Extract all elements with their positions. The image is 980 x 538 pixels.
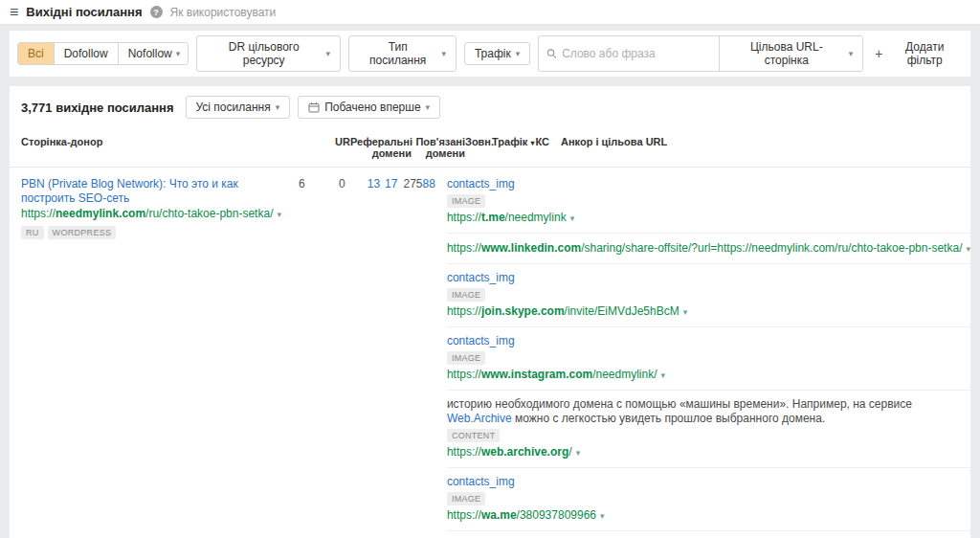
link-type-badge-row: CONTENT <box>447 428 970 442</box>
filter-nofollow-label: Nofollow <box>128 47 172 60</box>
url-dropdown-caret[interactable]: ▾ <box>966 244 970 254</box>
url-path: /invite/EiMVdJe5hBcM <box>565 304 679 318</box>
url-prefix: https:// <box>21 207 56 220</box>
donor-page-cell: PBN (Private Blog Network): Что это и ка… <box>21 177 281 239</box>
anchor-text: историю необходимого домена с помощью «м… <box>447 397 970 426</box>
anchor-fragment: можно с легкостью увидеть прошлое выбран… <box>512 412 826 425</box>
anchor-link[interactable]: contacts_img <box>447 177 515 191</box>
donor-page-title-link[interactable]: PBN (Private Blog Network): Что это и ка… <box>21 177 281 206</box>
platform-badge: WORDPRESS <box>48 226 117 239</box>
traffic-value: 275 <box>397 177 422 191</box>
search-icon <box>546 48 557 59</box>
target-url-scope-dropdown[interactable]: Цільова URL-сторінка ▾ <box>719 36 863 71</box>
header-ks[interactable]: КС <box>530 136 549 147</box>
url-domain: join.skype.com <box>481 304 565 318</box>
url-domain: wa.me <box>481 508 517 522</box>
anchor-link[interactable]: contacts_img <box>447 334 515 347</box>
donor-page-url[interactable]: https://needmylink.com/ru/chto-takoe-pbn… <box>21 206 281 222</box>
url-prefix: https:// <box>447 508 481 522</box>
top-bar: ≡ Вихідні посилання ? Як використовувати <box>0 0 980 25</box>
target-url-link[interactable]: https://t.me/needmylink▾ <box>447 210 970 226</box>
follow-segmented-control: Всі Dofollow Nofollow ▾ <box>17 42 189 65</box>
link-type-filter-dropdown[interactable]: Тип посилання ▾ <box>348 35 457 72</box>
url-path: /sharing/share-offsite/?url=https://need… <box>581 241 962 255</box>
anchor-text: contacts_img <box>447 177 970 191</box>
target-link-entry: https://www.linkedin.com/sharing/share-o… <box>447 234 970 264</box>
traffic-filter-dropdown[interactable]: Трафік ▾ <box>464 42 530 65</box>
header-external[interactable]: Зовн. <box>465 136 492 147</box>
header-ur[interactable]: UR <box>314 136 350 147</box>
target-link-entry: contacts_imgIMAGEhttps://www.instagram.c… <box>447 327 970 391</box>
url-domain: needmylink.com <box>56 207 145 220</box>
first-seen-label: Побачено вперше <box>324 101 420 114</box>
url-dropdown-caret[interactable]: ▾ <box>600 511 605 521</box>
url-domain: www.linkedin.com <box>481 241 581 255</box>
header-linked-domains[interactable]: Пов'язані домени <box>412 136 465 159</box>
table-row: PBN (Private Blog Network): Что это и ка… <box>10 168 970 538</box>
anchor-link[interactable]: contacts_img <box>447 475 515 488</box>
help-icon[interactable]: ? <box>150 6 163 18</box>
anchor-link[interactable]: Web.Archive <box>447 412 512 425</box>
url-dropdown-caret[interactable]: ▾ <box>570 213 575 223</box>
external-links-value[interactable]: 17 <box>380 177 397 191</box>
url-dropdown-caret[interactable]: ▾ <box>576 448 581 458</box>
dr-target-filter-dropdown[interactable]: DR цільового ресурсу ▾ <box>196 35 341 72</box>
filter-nofollow-button[interactable]: Nofollow ▾ <box>119 43 189 64</box>
target-url-link[interactable]: https://web.archive.org/▾ <box>447 444 970 460</box>
link-type-badge-row: IMAGE <box>447 491 970 505</box>
link-type-badge-row: IMAGE <box>447 193 970 208</box>
header-traffic-label: Трафік <box>492 136 527 147</box>
chevron-down-icon: ▾ <box>516 50 521 58</box>
link-type-badge: IMAGE <box>447 194 486 208</box>
add-filter-button[interactable]: + Додати фільтр <box>875 40 963 67</box>
linked-domains-value[interactable]: 13 <box>345 177 381 191</box>
url-dropdown-caret[interactable]: ▾ <box>277 210 281 219</box>
chevron-down-icon: ▾ <box>176 50 181 58</box>
target-link-entry: FRAMEhttps://www.googletagmanager.com/ns… <box>447 531 970 538</box>
header-donor-page: Сторінка-донор <box>21 136 314 147</box>
link-type-badge: IMAGE <box>447 492 486 505</box>
anchor-text: contacts_img <box>447 475 970 489</box>
target-url-link[interactable]: https://wa.me/380937809966▾ <box>447 507 970 524</box>
target-link-entry: contacts_imgIMAGEhttps://t.me/needmylink… <box>447 177 970 234</box>
target-url-link[interactable]: https://www.linkedin.com/sharing/share-o… <box>447 240 970 257</box>
target-url-scope-label: Цільова URL-сторінка <box>729 40 844 67</box>
url-prefix: https:// <box>447 241 481 255</box>
traffic-filter-label: Трафік <box>475 47 511 60</box>
donor-badges: RU WORDPRESS <box>21 226 281 239</box>
url-path: /ru/chto-takoe-pbn-setka/ <box>145 207 273 220</box>
search-input[interactable] <box>562 47 711 60</box>
first-seen-dropdown[interactable]: Побачено вперше ▾ <box>298 96 440 119</box>
target-url-link[interactable]: https://join.skype.com/invite/EiMVdJe5hB… <box>447 303 970 320</box>
url-path: /needmylink/ <box>592 368 657 381</box>
filter-dofollow-button[interactable]: Dofollow <box>55 43 119 64</box>
url-domain: web.archive.org <box>481 445 568 459</box>
results-toolbar: 3,771 вихідне посилання Усі посилання ▾ … <box>10 86 970 126</box>
filter-bar: Всі Dofollow Nofollow ▾ DR цільового рес… <box>10 31 970 77</box>
target-link-entry: историю необходимого домена с помощью «м… <box>447 391 970 468</box>
link-type-badge-row: IMAGE <box>447 287 970 302</box>
page-title: Вихідні посилання <box>26 5 142 19</box>
link-type-filter-label: Тип посилання <box>359 40 436 67</box>
chevron-down-icon: ▾ <box>325 50 330 58</box>
chevron-down-icon: ▾ <box>849 50 854 58</box>
header-traffic-sort[interactable]: Трафік ▾ <box>492 136 530 147</box>
hamburger-menu-icon[interactable]: ≡ <box>10 5 18 20</box>
help-link[interactable]: Як використовувати <box>170 6 277 19</box>
links-scope-dropdown[interactable]: Усі посилання ▾ <box>186 96 291 119</box>
link-type-badge: IMAGE <box>447 288 486 302</box>
ks-value[interactable]: 88 <box>423 177 435 191</box>
target-links-list: contacts_imgIMAGEhttps://t.me/needmylink… <box>435 177 970 538</box>
dr-target-filter-label: DR цільового ресурсу <box>207 40 321 67</box>
link-type-badge: IMAGE <box>447 351 486 365</box>
link-type-badge-row: IMAGE <box>447 350 970 365</box>
search-box <box>539 36 719 71</box>
url-dropdown-caret[interactable]: ▾ <box>661 370 666 380</box>
anchor-link[interactable]: contacts_img <box>447 271 515 284</box>
header-referring-domains[interactable]: Реферальні домени <box>350 136 412 159</box>
language-badge: RU <box>21 226 44 239</box>
filter-all-button[interactable]: Всі <box>18 43 55 64</box>
links-scope-label: Усі посилання <box>196 101 271 114</box>
target-url-link[interactable]: https://www.instagram.com/needmylink/▾ <box>447 367 970 383</box>
url-dropdown-caret[interactable]: ▾ <box>683 307 688 317</box>
